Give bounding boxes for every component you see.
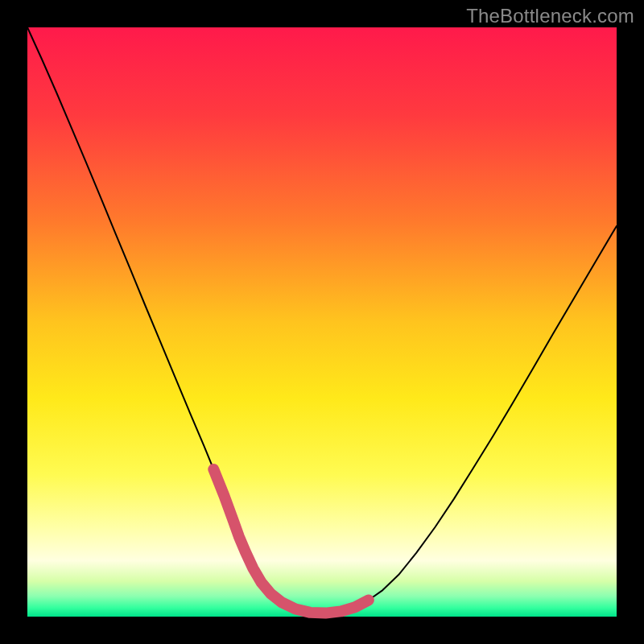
gradient-background [27,27,617,617]
bottleneck-chart [0,0,644,644]
chart-frame: { "watermark": "TheBottleneck.com", "cha… [0,0,644,644]
watermark-text: TheBottleneck.com [466,5,634,27]
